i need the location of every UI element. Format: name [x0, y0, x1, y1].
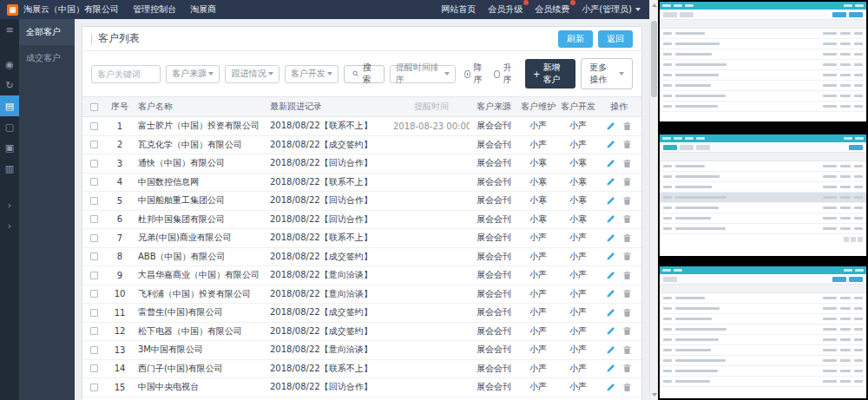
sort-asc-radio[interactable]: [494, 70, 500, 78]
delete-icon[interactable]: [622, 364, 632, 373]
source-select[interactable]: 客户来源: [166, 65, 220, 83]
table-row[interactable]: 9 大昌华嘉商业（中国）有限公司 2018/08/22【意向洽谈】 展会会刊 小…: [82, 266, 641, 285]
menu-icon[interactable]: ≡: [0, 19, 19, 40]
row-checkbox[interactable]: [90, 160, 98, 167]
delete-icon[interactable]: [622, 252, 632, 261]
sidebar-item-closed-customers[interactable]: 成交客户: [19, 45, 75, 71]
member-upgrade-link[interactable]: 会员升级: [488, 3, 523, 16]
row-checkbox[interactable]: [90, 122, 98, 130]
table-row[interactable]: 10 飞利浦（中国）投资有限公司 2018/08/22【意向洽谈】 展会会刊 小…: [82, 285, 641, 305]
row-checkbox[interactable]: [90, 290, 98, 298]
more-actions-button[interactable]: 更多操作: [581, 58, 633, 89]
edit-icon[interactable]: [606, 326, 615, 336]
row-checkbox[interactable]: [90, 234, 98, 242]
table-row[interactable]: 2 瓦克化学（中国）有限公司 2018/08/22【成交签约】 展会会刊 小严 …: [82, 136, 641, 155]
sort-field-select[interactable]: 提醒时间排序: [390, 65, 456, 83]
table-row[interactable]: 13 3M中国有限公司 2018/08/22【意向洽谈】 展会会刊 小严 小严: [82, 341, 641, 360]
app-preview-1[interactable]: [660, 2, 866, 121]
edit-icon[interactable]: [606, 383, 615, 392]
add-customer-button[interactable]: +新增客户: [525, 59, 575, 89]
followup-select[interactable]: 跟进情况: [225, 65, 279, 83]
grid-icon[interactable]: ▣: [0, 137, 19, 158]
member-renew-link[interactable]: 会员续费: [535, 3, 569, 16]
table-row[interactable]: 5 中国船舶重工集团公司 2018/08/22【回访合作】 展会会刊 小寒 小寒: [82, 192, 641, 211]
chevron-right-icon[interactable]: ›: [0, 215, 19, 236]
row-checkbox[interactable]: [90, 215, 98, 223]
edit-icon[interactable]: [606, 140, 615, 149]
app-preview-2[interactable]: [660, 134, 866, 256]
table-row[interactable]: 8 ABB（中国）有限公司 2018/08/22【成交签约】 展会会刊 小严 小…: [82, 248, 641, 267]
delete-icon[interactable]: [622, 326, 632, 336]
row-checkbox[interactable]: [90, 141, 98, 148]
table-row[interactable]: 14 西门子(中国)有限公司 2018/08/22【联系不上】 展会会刊 小严 …: [82, 360, 641, 379]
edit-icon[interactable]: [606, 271, 615, 280]
delete-icon[interactable]: [622, 159, 632, 168]
home-link[interactable]: 网站首页: [441, 3, 476, 16]
delete-icon[interactable]: [622, 345, 632, 355]
app-preview-3[interactable]: [660, 266, 866, 398]
edit-icon[interactable]: [606, 289, 615, 298]
delete-icon[interactable]: [622, 271, 632, 280]
table-row[interactable]: 3 通快（中国）有限公司 2018/08/22【回访合作】 展会会刊 小寒 小寒: [82, 154, 641, 174]
chart-icon[interactable]: ▥: [0, 158, 19, 179]
box-icon[interactable]: ▢: [0, 116, 19, 137]
edit-icon[interactable]: [606, 121, 615, 131]
edit-icon[interactable]: [606, 233, 615, 243]
edit-icon[interactable]: [606, 364, 615, 373]
edit-icon[interactable]: [606, 196, 615, 206]
delete-icon[interactable]: [622, 383, 632, 392]
delete-icon[interactable]: [622, 177, 632, 187]
back-button[interactable]: 返回: [598, 30, 633, 48]
table-row[interactable]: 15 中国中央电视台 2018/08/22【回访合作】 展会会刊 小严 小严: [82, 378, 641, 397]
row-checkbox[interactable]: [90, 327, 98, 335]
table-row[interactable]: 7 兄弟(中国)商业有限公司 2018/08/22【联系不上】 展会会刊 小严 …: [82, 229, 641, 248]
customer-list-icon[interactable]: ▤: [0, 95, 19, 116]
customer-name: 中国船舶重工集团公司: [135, 194, 266, 207]
refresh-icon[interactable]: ↻: [0, 75, 19, 95]
scrollbar-thumb[interactable]: [651, 21, 657, 97]
edit-icon[interactable]: [606, 345, 615, 355]
delete-icon[interactable]: [622, 140, 632, 149]
page-scrollbar[interactable]: [649, 0, 658, 400]
row-checkbox[interactable]: [90, 309, 98, 317]
row-checkbox[interactable]: [90, 252, 98, 260]
row-checkbox[interactable]: [90, 197, 98, 205]
table-row[interactable]: 4 中国数控信息网 2018/08/22【联系不上】 展会会刊 小寒 小寒: [82, 174, 641, 193]
table-row[interactable]: 11 雷普生(中国)有限公司 2018/08/22【成交签约】 展会会刊 小严 …: [82, 304, 641, 323]
edit-icon[interactable]: [606, 308, 615, 318]
console-link[interactable]: 管理控制台: [133, 3, 176, 16]
developer-select[interactable]: 客户开发: [285, 65, 339, 83]
select-all-checkbox[interactable]: [90, 103, 98, 111]
user-icon[interactable]: ◉: [0, 54, 19, 75]
edit-icon[interactable]: [606, 252, 615, 261]
delete-icon[interactable]: [622, 233, 632, 243]
followup-record: 2018/08/22【联系不上】: [266, 363, 393, 375]
sidebar-item-all-customers[interactable]: 全部客户: [19, 19, 75, 45]
refresh-button[interactable]: 刷新: [558, 30, 593, 48]
table-row[interactable]: 16 宁波奥克斯空调有限公司 2018/08/22【联系不上】 展会会刊 小严 …: [82, 397, 641, 400]
search-button[interactable]: 搜索: [344, 65, 385, 83]
delete-icon[interactable]: [622, 214, 632, 224]
scroll-up-icon[interactable]: [652, 3, 657, 7]
user-menu[interactable]: 小严(管理员): [582, 3, 641, 16]
store-link[interactable]: 淘展商: [190, 3, 216, 16]
row-checkbox[interactable]: [90, 346, 98, 354]
delete-icon[interactable]: [622, 196, 632, 206]
chevron-right-icon[interactable]: ›: [0, 194, 19, 215]
scroll-down-icon[interactable]: [652, 393, 657, 397]
edit-icon[interactable]: [606, 177, 615, 187]
row-checkbox[interactable]: [90, 272, 98, 279]
edit-icon[interactable]: [606, 214, 615, 224]
keyword-input[interactable]: [91, 65, 161, 83]
delete-icon[interactable]: [622, 308, 632, 318]
table-row[interactable]: 6 杜邦中国集团有限公司 2018/08/22【回访合作】 展会会刊 小寒 小寒: [82, 211, 641, 230]
row-checkbox[interactable]: [90, 384, 98, 391]
row-checkbox[interactable]: [90, 364, 98, 372]
delete-icon[interactable]: [622, 121, 632, 131]
sort-desc-radio[interactable]: [464, 70, 470, 78]
table-row[interactable]: 1 富士胶片（中国）投资有限公司 2018/08/22【联系不上】 2018-0…: [82, 117, 641, 136]
edit-icon[interactable]: [606, 159, 615, 168]
table-row[interactable]: 12 松下电器（中国）有限公司 2018/08/22【成交签约】 展会会刊 小严…: [82, 323, 641, 342]
row-checkbox[interactable]: [90, 178, 98, 186]
delete-icon[interactable]: [622, 289, 632, 298]
